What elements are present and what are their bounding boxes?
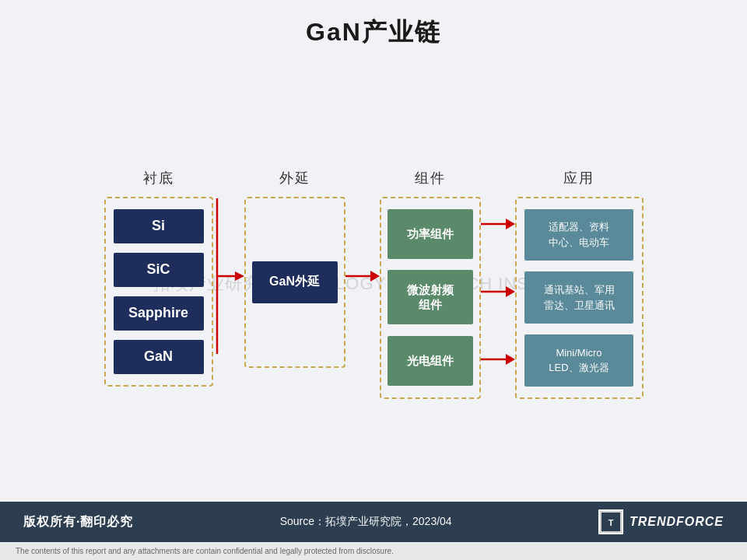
substrate-item-si: Si — [114, 209, 204, 243]
epitaxy-dashed-box: GaN外延 — [244, 197, 345, 368]
trendforce-logo-icon: T — [598, 509, 623, 534]
bracket-connector — [213, 191, 244, 362]
substrate-column: 衬底 Si SiC Sapphire GaN — [104, 169, 213, 387]
footer-source: Source：拓墣产业研究院，2023/04 — [280, 515, 452, 529]
svg-text:T: T — [608, 518, 614, 527]
component-dashed-box: 功率组件 微波射频组件 光电组件 — [380, 197, 481, 399]
application-dashed-box: 适配器、资料中心、电动车 通讯基站、军用雷达、卫星通讯 Mini/MicroLE… — [515, 197, 644, 399]
content-area: GaN产业链 拓墣产业研究院 TOPOLOGY RESEARCH INSTITU… — [0, 0, 747, 502]
substrate-dashed-box: Si SiC Sapphire GaN — [104, 197, 213, 387]
multi-arrow-connector — [481, 191, 515, 393]
footer-logo: T TRENDFORCE — [598, 509, 724, 534]
diagram-row: 衬底 Si SiC Sapphire GaN — [104, 169, 644, 399]
footer-main: 版权所有·翻印必究 Source：拓墣产业研究院，2023/04 T TREND… — [0, 502, 747, 542]
footer-disclaimer: The contents of this report and any atta… — [0, 542, 747, 560]
epitaxy-column: 外延 GaN外延 — [244, 169, 345, 368]
component-header: 组件 — [415, 169, 446, 187]
svg-marker-8 — [506, 286, 515, 297]
main-container: GaN产业链 拓墣产业研究院 TOPOLOGY RESEARCH INSTITU… — [0, 0, 747, 560]
substrate-item-gan: GaN — [114, 340, 204, 374]
svg-marker-2 — [235, 271, 244, 281]
svg-marker-4 — [370, 271, 380, 282]
substrate-item-sapphire: Sapphire — [114, 296, 204, 331]
application-item-power: 适配器、资料中心、电动车 — [524, 209, 633, 261]
application-item-led: Mini/MicroLED、激光器 — [524, 334, 633, 387]
substrate-item-sic: SiC — [114, 253, 204, 287]
component-item-power: 功率组件 — [388, 209, 473, 259]
trendforce-logo-text: TRENDFORCE — [630, 515, 724, 529]
diagram-area: 拓墣产业研究院 TOPOLOGY RESEARCH INSTITUTE 衬底 S… — [31, 73, 716, 494]
footer: 版权所有·翻印必究 Source：拓墣产业研究院，2023/04 T TREND… — [0, 502, 747, 560]
component-item-optoelectronic: 光电组件 — [388, 336, 473, 386]
epitaxy-header: 外延 — [279, 169, 310, 187]
component-item-microwave: 微波射频组件 — [388, 270, 473, 324]
single-arrow-connector — [345, 191, 380, 362]
footer-copyright: 版权所有·翻印必究 — [23, 514, 133, 530]
substrate-header: 衬底 — [143, 169, 174, 187]
epitaxy-item-gan: GaN外延 — [252, 261, 338, 303]
svg-marker-10 — [506, 354, 515, 365]
application-item-telecom: 通讯基站、军用雷达、卫星通讯 — [524, 271, 633, 324]
svg-marker-6 — [506, 219, 515, 229]
page-title: GaN产业链 — [31, 16, 716, 50]
disclaimer-text: The contents of this report and any atta… — [16, 547, 394, 555]
application-column: 应用 适配器、资料中心、电动车 通讯基站、军用雷达、卫星通讯 Mini/Micr… — [515, 169, 644, 399]
component-column: 组件 功率组件 微波射频组件 光电组件 — [380, 169, 481, 399]
application-header: 应用 — [563, 169, 594, 187]
